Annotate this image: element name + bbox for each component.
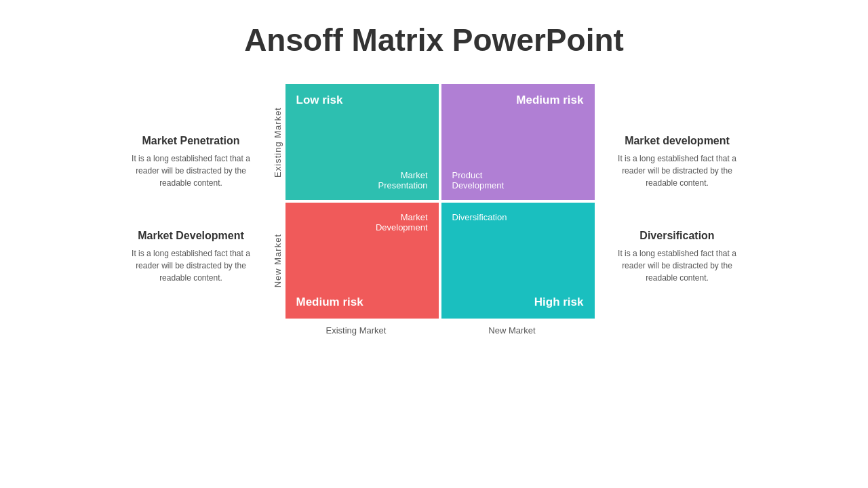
annotation-market-development-right-desc: It is a long established fact that a rea… (616, 152, 738, 189)
matrix-with-y-axis: Existing Market New Market Low risk Mark… (273, 83, 596, 320)
cell-bottom-left-risk: Medium risk (296, 296, 428, 309)
cell-top-left-strategy: MarketPresentation (296, 170, 428, 190)
cell-bottom-right-strategy: Diversification (452, 212, 507, 222)
x-axis-labels: Existing Market New Market (278, 325, 590, 336)
matrix-wrapper: Existing Market New Market Low risk Mark… (273, 83, 596, 336)
annotation-diversification-right-title: Diversification (616, 230, 738, 242)
cell-top-right-risk: Medium risk (452, 94, 584, 107)
annotation-market-development-right-title: Market development (616, 135, 738, 147)
annotation-diversification-right: Diversification It is a long established… (616, 230, 738, 284)
cell-top-right-strategy: ProductDevelopment (452, 170, 584, 190)
matrix-grid: Low risk MarketPresentation Medium risk … (284, 83, 596, 320)
y-axis-existing-market: Existing Market (273, 83, 283, 201)
y-axis-labels: Existing Market New Market (273, 83, 283, 320)
cell-bottom-left: MarketDevelopment Medium risk (284, 201, 440, 320)
left-annotations: Market Penetration It is a long establis… (130, 135, 266, 284)
cell-bottom-right-risk: High risk (534, 296, 584, 309)
main-content: Market Penetration It is a long establis… (0, 83, 868, 336)
x-label-new: New Market (434, 325, 590, 336)
cell-top-right: Medium risk ProductDevelopment (440, 83, 596, 201)
annotation-market-development-left: Market Development It is a long establis… (130, 230, 252, 284)
cell-top-left-risk: Low risk (296, 94, 428, 107)
annotation-diversification-right-desc: It is a long established fact that a rea… (616, 247, 738, 284)
y-label-existing: Existing Market (273, 107, 283, 178)
cell-top-left: Low risk MarketPresentation (284, 83, 440, 201)
x-label-existing: Existing Market (278, 325, 434, 336)
annotation-market-penetration: Market Penetration It is a long establis… (130, 135, 252, 189)
y-axis-new-market: New Market (273, 201, 283, 320)
y-label-new: New Market (273, 234, 283, 287)
cell-bottom-right: Diversification High risk (440, 201, 596, 320)
annotation-market-penetration-desc: It is a long established fact that a rea… (130, 152, 252, 189)
right-annotations: Market development It is a long establis… (603, 135, 738, 284)
annotation-market-penetration-title: Market Penetration (130, 135, 252, 147)
annotation-market-development-left-title: Market Development (130, 230, 252, 242)
annotation-market-development-right: Market development It is a long establis… (616, 135, 738, 189)
annotation-market-development-left-desc: It is a long established fact that a rea… (130, 247, 252, 284)
page-title: Ansoff Matrix PowerPoint (0, 0, 868, 69)
cell-bottom-left-strategy: MarketDevelopment (296, 212, 428, 232)
